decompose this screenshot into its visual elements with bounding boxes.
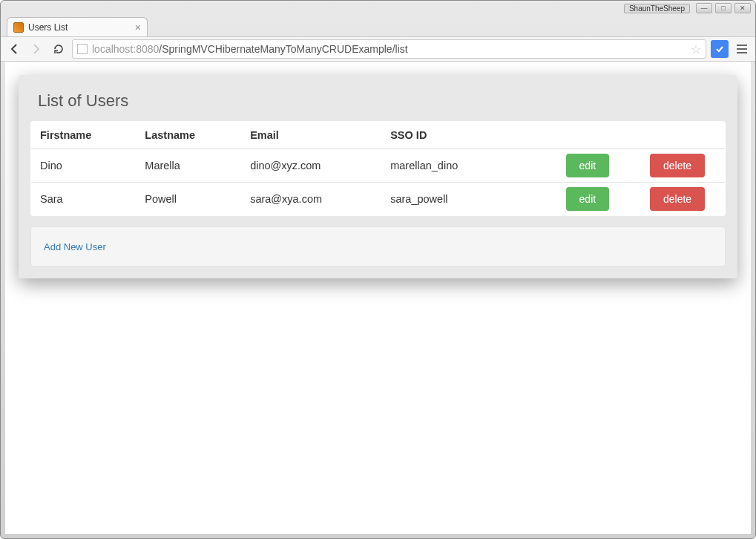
cell-lastname: Powell — [136, 183, 241, 216]
cell-email: dino@xyz.com — [241, 149, 381, 183]
window-titlebar: ShaunTheSheep — □ ✕ — [1, 1, 755, 16]
cell-firstname: Dino — [31, 149, 137, 183]
forward-button[interactable] — [27, 40, 45, 58]
reload-icon — [53, 43, 65, 55]
back-button[interactable] — [5, 40, 23, 58]
arrow-left-icon — [8, 43, 20, 55]
checkmark-icon — [715, 45, 724, 53]
arrow-right-icon — [30, 43, 42, 55]
main-panel: List of Users Firstname Lastname Email S… — [19, 75, 737, 278]
url-host: localhost — [92, 43, 133, 55]
tab-favicon-icon — [13, 22, 24, 33]
edit-button[interactable]: edit — [566, 154, 610, 177]
browser-toolbar: localhost:8080/SpringMVCHibernateManyToM… — [1, 36, 755, 62]
page-title: List of Users — [30, 87, 726, 121]
cell-firstname: Sara — [31, 183, 137, 216]
page-viewport: List of Users Firstname Lastname Email S… — [5, 62, 751, 534]
url-text: localhost:8080/SpringMVCHibernateManyToM… — [92, 43, 408, 55]
window-minimize-button[interactable]: — — [696, 3, 712, 13]
users-table: Firstname Lastname Email SSO ID Dino Mar… — [30, 121, 726, 216]
hamburger-icon — [737, 45, 747, 46]
window-maximize-button[interactable]: □ — [715, 3, 732, 13]
col-firstname: Firstname — [31, 122, 137, 149]
url-port: :8080 — [133, 43, 159, 55]
add-user-well: Add New User — [30, 226, 726, 267]
add-new-user-link[interactable]: Add New User — [44, 241, 106, 252]
delete-button[interactable]: delete — [650, 187, 705, 211]
col-email: Email — [241, 122, 381, 149]
os-window: ShaunTheSheep — □ ✕ Users List × localho… — [0, 0, 756, 539]
browser-menu-button[interactable] — [733, 40, 751, 58]
url-path: /SpringMVCHibernateManyToManyCRUDExample… — [159, 43, 407, 55]
window-close-button[interactable]: ✕ — [734, 3, 751, 13]
page-icon — [77, 44, 88, 54]
url-bar[interactable]: localhost:8080/SpringMVCHibernateManyToM… — [72, 39, 706, 59]
cell-sso: marellan_dino — [381, 149, 556, 183]
edit-button[interactable]: edit — [566, 187, 610, 211]
tab-close-icon[interactable]: × — [135, 22, 141, 33]
cell-email: sara@xya.com — [241, 183, 381, 216]
browser-tab-row: Users List × — [1, 16, 755, 36]
table-header-row: Firstname Lastname Email SSO ID — [31, 122, 726, 149]
cell-sso: sara_powell — [381, 183, 556, 216]
reload-button[interactable] — [50, 40, 68, 58]
delete-button[interactable]: delete — [650, 154, 705, 177]
table-row: Sara Powell sara@xya.com sara_powell edi… — [31, 183, 726, 216]
col-sso: SSO ID — [381, 122, 556, 149]
extension-button[interactable] — [711, 40, 729, 58]
cell-lastname: Marella — [136, 149, 241, 183]
table-row: Dino Marella dino@xyz.com marellan_dino … — [31, 149, 726, 183]
window-user-badge[interactable]: ShaunTheSheep — [624, 4, 690, 13]
col-lastname: Lastname — [136, 122, 241, 149]
bookmark-star-icon[interactable]: ☆ — [691, 42, 701, 56]
browser-tab[interactable]: Users List × — [7, 17, 148, 36]
tab-title: Users List — [28, 22, 68, 33]
